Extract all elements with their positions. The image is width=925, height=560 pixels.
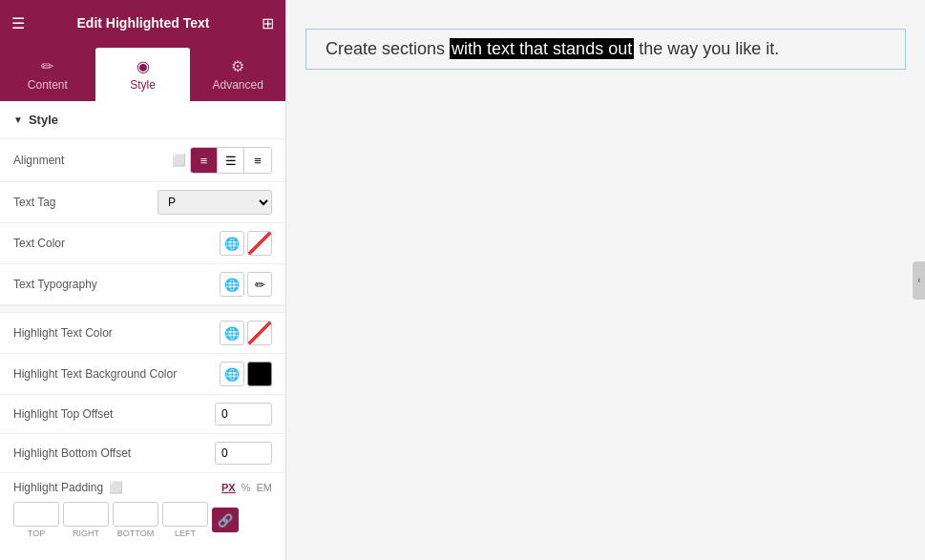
text-color-label: Text Color [13,237,220,250]
text-color-controls: 🌐 [220,231,272,256]
padding-right-input[interactable] [63,502,109,527]
highlight-top-offset-row: Highlight Top Offset [0,395,285,434]
padding-bottom-label: BOTTOM [117,529,154,538]
highlight-bottom-offset-input[interactable] [215,442,272,465]
canvas-text-block: Create sections with text that stands ou… [305,29,906,70]
canvas-highlight-text: with text that stands out [450,38,634,59]
align-btn-group: ≡ ☰ ≡ [190,147,272,174]
alignment-label: Alignment [13,154,172,167]
content-tab-label: Content [28,78,68,92]
px-unit-btn[interactable]: PX [221,482,236,493]
panel-title: Edit Highlighted Text [77,15,210,31]
padding-responsive-icon: ⬜ [109,481,123,494]
text-tag-select[interactable]: P H1 H2 H3 H4 H5 H6 DIV SPAN [158,190,272,215]
section-label: Style [29,113,58,127]
typography-edit-btn[interactable]: ✏ [247,272,272,297]
highlight-top-offset-input[interactable] [215,403,272,425]
grid-icon[interactable]: ⊞ [262,14,274,32]
align-left-btn[interactable]: ≡ [191,148,218,173]
right-canvas: Create sections with text that stands ou… [286,0,925,560]
left-panel: ☰ Edit Highlighted Text ⊞ ✏ Content ◉ St… [0,0,286,560]
padding-units: PX % EM [221,482,272,493]
tab-content[interactable]: ✏ Content [0,46,95,101]
text-typography-controls: 🌐 ✏ [220,272,272,297]
padding-left-input[interactable] [162,502,208,527]
section-arrow-icon: ▼ [13,114,23,125]
highlight-bg-color-global-btn[interactable]: 🌐 [220,362,244,386]
highlight-text-color-row: Highlight Text Color 🌐 [0,313,285,354]
tabs-bar: ✏ Content ◉ Style ⚙ Advanced [0,46,285,101]
highlight-padding-label: Highlight Padding [13,481,103,494]
advanced-tab-label: Advanced [212,78,263,92]
tab-advanced[interactable]: ⚙ Advanced [190,46,285,101]
highlight-top-offset-controls [215,403,272,425]
highlight-bottom-offset-controls [215,442,272,465]
panel-header: ☰ Edit Highlighted Text ⊞ [0,0,285,46]
text-color-global-btn[interactable]: 🌐 [220,231,244,256]
text-tag-label: Text Tag [13,196,158,209]
style-section-header: ▼ Style [0,101,285,139]
padding-top-wrap: TOP [13,502,59,538]
panel-collapse-btn[interactable]: ‹ [913,261,925,300]
content-tab-icon: ✏ [41,57,53,75]
highlight-bg-color-label: Highlight Text Background Color [13,367,220,381]
padding-right-wrap: RIGHT [63,502,109,538]
highlight-text-color-label: Highlight Text Color [13,326,220,340]
canvas-text-after: the way you like it. [634,39,779,58]
padding-top-input[interactable] [13,502,59,527]
hamburger-icon[interactable]: ☰ [11,14,25,32]
align-center-btn[interactable]: ☰ [218,148,244,173]
section-divider [0,305,285,313]
text-color-row: Text Color 🌐 [0,223,285,264]
highlight-padding-header: Highlight Padding ⬜ PX % EM [0,473,285,498]
padding-right-label: RIGHT [73,529,99,538]
padding-bottom-wrap: BOTTOM [113,502,158,538]
highlight-text-color-global-btn[interactable]: 🌐 [220,321,244,345]
highlight-bottom-offset-row: Highlight Bottom Offset [0,434,285,473]
padding-top-label: TOP [28,529,45,538]
padding-link-btn[interactable]: 🔗 [212,508,239,532]
alignment-responsive-icon: ⬜ [172,154,186,167]
padding-inputs-row: TOP RIGHT BOTTOM LEFT 🔗 [0,498,285,542]
canvas-text-before: Create sections [326,39,450,58]
em-unit-btn[interactable]: EM [257,482,273,493]
highlight-bg-color-swatch[interactable] [247,362,272,386]
panel-body: ▼ Style Alignment ⬜ ≡ ☰ ≡ Text Tag P H1 [0,101,285,560]
padding-left-label: LEFT [175,529,196,538]
padding-bottom-input[interactable] [113,502,158,527]
tab-style[interactable]: ◉ Style [95,46,191,101]
highlight-bg-color-row: Highlight Text Background Color 🌐 [0,354,285,395]
text-tag-row: Text Tag P H1 H2 H3 H4 H5 H6 DIV SPAN [0,182,285,223]
text-tag-controls: P H1 H2 H3 H4 H5 H6 DIV SPAN [158,190,272,215]
alignment-controls: ⬜ ≡ ☰ ≡ [172,147,272,174]
style-tab-label: Style [130,78,156,92]
align-right-btn[interactable]: ≡ [244,148,271,173]
text-typography-row: Text Typography 🌐 ✏ [0,264,285,305]
style-tab-icon: ◉ [137,57,150,75]
percent-unit-btn[interactable]: % [242,482,251,493]
highlight-bg-color-controls: 🌐 [220,362,272,386]
highlight-text-color-controls: 🌐 [220,321,272,345]
padding-left-wrap: LEFT [162,502,208,538]
highlight-text-color-picker-btn[interactable] [247,321,272,345]
text-color-picker-btn[interactable] [247,231,272,256]
highlight-bottom-offset-label: Highlight Bottom Offset [13,446,215,460]
advanced-tab-icon: ⚙ [231,57,244,75]
alignment-row: Alignment ⬜ ≡ ☰ ≡ [0,139,285,182]
typography-global-btn[interactable]: 🌐 [220,272,244,297]
highlight-padding-label-row: Highlight Padding ⬜ [13,481,123,494]
highlight-top-offset-label: Highlight Top Offset [13,407,215,421]
text-typography-label: Text Typography [13,278,220,291]
